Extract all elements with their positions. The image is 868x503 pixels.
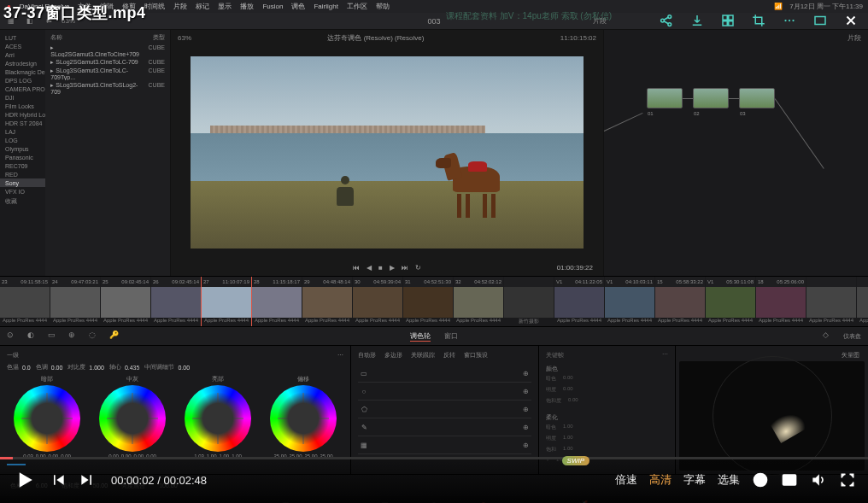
lut-tree-item[interactable]: 收藏 <box>0 196 45 207</box>
window-shape-grad[interactable]: ▦⊕ <box>358 436 531 454</box>
lut-tree-item[interactable]: REC709 <box>0 161 45 170</box>
lut-tree-item[interactable]: DJI <box>0 93 45 102</box>
scope-label[interactable]: 仪表盘 <box>843 332 861 341</box>
wheel-param[interactable]: 中间调细节 0.00 <box>144 363 190 371</box>
speed-button[interactable]: 倍速 <box>615 472 637 488</box>
lut-tree-item[interactable]: Astrodesign <box>0 59 45 67</box>
window-head-item[interactable]: 多边形 <box>384 351 402 360</box>
window-head-item[interactable]: 关联跟踪 <box>411 351 435 360</box>
lut-tree-item[interactable]: LAJ <box>0 127 45 136</box>
menu-fusion[interactable]: Fusion <box>262 3 283 10</box>
clip-thumbnail[interactable]: 1805:25:06:00Apple ProRes 4444 <box>756 277 806 326</box>
keyframe-panel-icon[interactable]: ◇ <box>823 330 835 342</box>
menu-fairlight[interactable]: Fairlight <box>314 3 337 10</box>
viewer-zoom[interactable]: 63% <box>178 34 191 42</box>
tab-wheels[interactable]: 调色轮 <box>410 331 431 342</box>
lut-tree-item[interactable]: LUT <box>0 33 45 42</box>
lut-file-row[interactable]: ▸ SLog3SGamut3.CineToLC-709Typ...CUBE <box>47 67 168 81</box>
episodes-button[interactable]: 选集 <box>718 472 740 488</box>
lut-file-row[interactable]: ▸ SLog3SGamut3.CineToSLog2-709CUBE <box>47 81 168 96</box>
clip-thumbnail[interactable]: 3004:59:39:04Apple ProRes 4444 <box>353 277 402 326</box>
lut-file-row[interactable]: ▸ SLog2SGamut3.CineToLC-709CUBE <box>47 58 168 67</box>
lut-tree-item[interactable]: ACES <box>0 42 45 50</box>
clip-thumbnail[interactable]: 2309:11:58:15Apple ProRes 4444 <box>0 277 50 326</box>
window-shape-circle[interactable]: ○⊕ <box>358 383 531 401</box>
color-wheel-中灰[interactable]: 中灰0.000.000.000.00 <box>92 375 173 459</box>
color-wheel-暗部[interactable]: 暗部0.030.000.000.00 <box>7 375 87 459</box>
lut-tree-item[interactable]: Arri <box>0 50 45 59</box>
next-button[interactable] <box>79 471 96 488</box>
crop-icon[interactable] <box>748 10 769 31</box>
volume-icon[interactable] <box>810 471 827 488</box>
viewer-canvas[interactable] <box>171 45 603 259</box>
share-icon[interactable] <box>656 10 677 31</box>
tab-window[interactable]: 窗口 <box>444 331 458 342</box>
menu-view[interactable]: 显示 <box>218 2 232 11</box>
pip-icon[interactable] <box>781 471 798 488</box>
wheel-param[interactable]: 对比度 1.000 <box>67 363 104 371</box>
clip-thumbnail[interactable]: 2904:48:48:14Apple ProRes 4444 <box>302 277 352 326</box>
fullscreen-icon[interactable] <box>839 471 856 488</box>
wheel-param[interactable]: 色调 0.00 <box>36 363 63 371</box>
menu-workspace[interactable]: 工作区 <box>347 2 367 11</box>
vectorscope[interactable] <box>679 361 865 471</box>
play-button[interactable] <box>12 467 38 493</box>
lut-tree-item[interactable]: LOG <box>0 136 45 144</box>
wheels-menu-icon[interactable]: ⋯ <box>337 352 343 359</box>
play-icon[interactable]: ▶ <box>390 264 395 272</box>
more-icon[interactable] <box>779 10 800 31</box>
clip-thumbnail[interactable]: 1505:58:33:22Apple ProRes 4444 <box>655 277 705 326</box>
grid-icon[interactable] <box>718 10 738 31</box>
window-shape-rect[interactable]: ▭⊕ <box>358 365 531 383</box>
color-wheel-偏移[interactable]: 偏移25.0025.0025.0025.00 <box>263 375 343 459</box>
node-01[interactable]: 01 <box>647 88 683 108</box>
lut-tree-item[interactable]: CAMERA PROFILES <box>0 85 45 93</box>
lut-file-row[interactable]: ▸ SLog2SGamut3.CineToCine+709CUBE <box>47 44 168 58</box>
menubar-wifi-icon[interactable]: 📶 <box>774 3 783 10</box>
clip-thumbnail[interactable]: Apple ProRes 4444 <box>857 277 868 326</box>
lut-tree-item[interactable]: RED <box>0 170 45 178</box>
window-shape-poly[interactable]: ⬠⊕ <box>358 401 531 418</box>
menu-mark[interactable]: 标记 <box>196 2 209 11</box>
tracker-icon[interactable]: ⊕ <box>68 330 80 342</box>
clip-thumbnail[interactable]: 2509:02:45:14Apple ProRes 4444 <box>101 277 150 326</box>
lut-tree-item[interactable]: Blackmagic Design <box>0 67 45 76</box>
window-head-item[interactable]: 自动形 <box>358 351 376 360</box>
clip-thumbnail[interactable]: 2711:10:07:19Apple ProRes 4444 <box>202 277 251 326</box>
lut-tree-item[interactable]: Sony <box>0 178 45 187</box>
clip-thumbnail[interactable]: 3104:52:51:30Apple ProRes 4444 <box>403 277 453 326</box>
lut-tree-item[interactable]: VFX IO <box>0 187 45 196</box>
lut-tree-item[interactable]: HDR Hybrid Log Gamma <box>0 110 45 119</box>
stop-icon[interactable]: ■ <box>378 264 383 272</box>
menu-playback[interactable]: 播放 <box>240 2 254 11</box>
lut-tree-item[interactable]: DPS LOG <box>0 76 45 85</box>
clip-thumbnail[interactable]: 2811:15:18:17Apple ProRes 4444 <box>252 277 302 326</box>
subtitle-button[interactable]: 字幕 <box>683 472 706 488</box>
node-03[interactable]: 03 <box>739 88 775 108</box>
blur-icon[interactable]: ◌ <box>89 330 101 342</box>
color-wheel-亮部[interactable]: 亮部1.031.001.001.00 <box>178 375 258 459</box>
wheel-param[interactable]: 轴心 0.435 <box>109 363 140 371</box>
lut-tree-item[interactable]: HDR ST 2084 <box>0 119 45 127</box>
menu-timeline[interactable]: 时间线 <box>144 2 165 11</box>
key-icon[interactable]: 🔑 <box>109 330 121 342</box>
quality-button[interactable]: 高清 <box>649 472 672 488</box>
menu-color[interactable]: 调色 <box>291 2 305 11</box>
node-canvas[interactable]: 01 02 03 <box>604 45 868 276</box>
download-icon[interactable] <box>687 10 707 31</box>
node-panel-label[interactable]: 片段 <box>847 33 861 43</box>
next-clip-icon[interactable]: ⏭ <box>402 264 408 272</box>
lut-tree-item[interactable]: Panasonic <box>0 153 45 161</box>
loop-icon[interactable]: ↻ <box>415 264 421 272</box>
window-shape-curve[interactable]: ✎⊕ <box>358 418 531 436</box>
progress-bar[interactable] <box>0 457 868 459</box>
lut-tree-item[interactable]: Olympus <box>0 144 45 153</box>
window-head-item[interactable]: 反转 <box>443 351 455 360</box>
curves-icon[interactable]: ⊙ <box>7 330 19 342</box>
clip-thumbnail[interactable]: V104:10:03:11Apple ProRes 4444 <box>605 277 654 326</box>
step-back-icon[interactable]: ◀ <box>367 264 372 272</box>
clip-thumbnail[interactable]: 2609:02:45:14Apple ProRes 4444 <box>151 277 201 326</box>
clip-thumbnail[interactable]: 3204:52:02:12Apple ProRes 4444 <box>454 277 503 326</box>
expand-icon[interactable] <box>810 10 830 31</box>
clip-thumbnail[interactable]: V104:11:22:05Apple ProRes 4444 <box>554 277 604 326</box>
